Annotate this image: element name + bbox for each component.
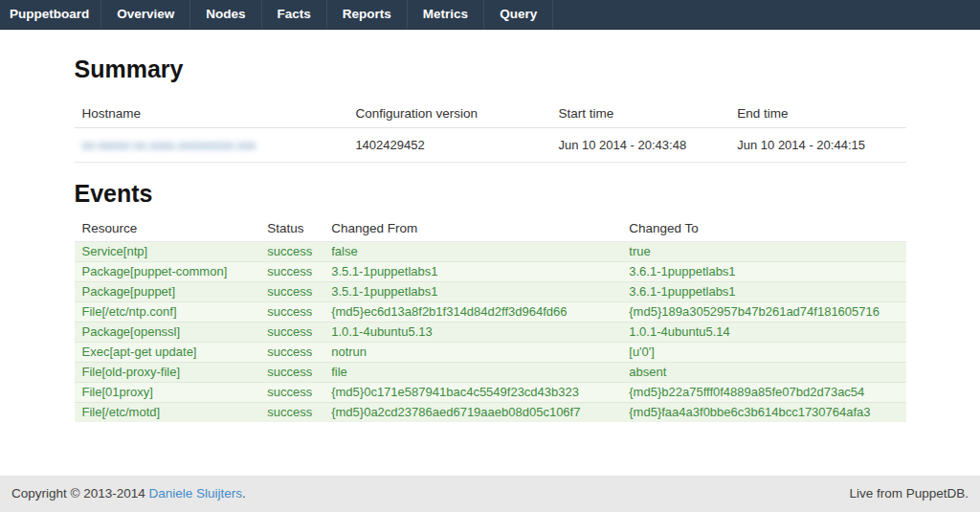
events-header-row: Resource Status Changed From Changed To	[75, 208, 906, 242]
event-row: Package[openssl] success 1.0.1-4ubuntu5.…	[75, 323, 906, 343]
nav-item-facts[interactable]: Facts	[262, 0, 327, 29]
event-changed-from: file	[323, 363, 621, 383]
event-resource: Package[openssl]	[75, 323, 260, 343]
events-col-status: Status	[259, 208, 323, 242]
event-changed-to: 3.6.1-1puppetlabs1	[621, 262, 905, 282]
event-row: Service[ntp] success false true	[75, 242, 906, 262]
event-changed-from: false	[323, 242, 621, 262]
event-changed-to: 1.0.1-4ubuntu5.14	[621, 323, 905, 343]
main-content: Summary Hostname Configuration version S…	[75, 30, 906, 422]
summary-col-config-version: Configuration version	[347, 91, 550, 128]
summary-header-row: Hostname Configuration version Start tim…	[75, 91, 906, 128]
event-changed-from: 3.5.1-1puppetlabs1	[323, 282, 621, 302]
events-col-changed-from: Changed From	[323, 208, 621, 242]
event-changed-to: absent	[621, 363, 905, 383]
end-time-value: Jun 10 2014 - 20:44:15	[729, 128, 905, 163]
top-navbar: Puppetboard Overview Nodes Facts Reports…	[0, 0, 980, 30]
summary-col-end-time: End time	[729, 91, 905, 128]
event-row: Package[puppet] success 3.5.1-1puppetlab…	[75, 282, 906, 302]
summary-heading: Summary	[75, 56, 906, 83]
nav-item-reports[interactable]: Reports	[327, 0, 408, 29]
puppetdb-status-text: Live from PuppetDB.	[849, 476, 969, 512]
event-row: File[old-proxy-file] success file absent	[75, 363, 906, 383]
summary-col-start-time: Start time	[550, 91, 729, 128]
event-changed-to: true	[621, 242, 905, 262]
event-status: success	[259, 363, 323, 383]
event-changed-from: 3.5.1-1puppetlabs1	[323, 262, 621, 282]
event-changed-to: [u'0']	[621, 343, 905, 363]
summary-report-row: xx-xxxxx-xx.xxxx.xxxxxxxxx.xxx 140242945…	[75, 128, 906, 163]
event-row: Exec[apt-get update] success notrun [u'0…	[75, 343, 906, 363]
event-resource: File[old-proxy-file]	[75, 363, 260, 383]
start-time-value: Jun 10 2014 - 20:43:48	[550, 128, 729, 163]
event-changed-to: {md5}faa4a3f0bbe6c3b614bcc1730764afa3	[621, 403, 905, 423]
nav-item-overview[interactable]: Overview	[101, 0, 190, 29]
copyright-text: Copyright © 2013-2014 Daniele Sluijters.	[11, 476, 246, 512]
event-changed-from: 1.0.1-4ubuntu5.13	[323, 323, 621, 343]
events-heading: Events	[75, 180, 906, 208]
event-status: success	[259, 343, 323, 363]
summary-col-hostname: Hostname	[75, 91, 348, 128]
event-row: File[/etc/ntp.conf] success {md5}ec6d13a…	[75, 302, 906, 323]
navbar-brand[interactable]: Puppetboard	[0, 0, 101, 29]
event-changed-from: {md5}0c171e587941bac4c5549f23cd43b323	[323, 383, 621, 403]
author-link[interactable]: Daniele Sluijters	[149, 486, 243, 501]
event-status: success	[259, 242, 323, 262]
summary-table: Hostname Configuration version Start tim…	[75, 91, 906, 163]
event-row: File[/etc/motd] success {md5}0a2cd23786a…	[75, 403, 906, 423]
event-status: success	[259, 282, 323, 302]
event-status: success	[259, 302, 323, 323]
nav-item-metrics[interactable]: Metrics	[408, 0, 484, 29]
event-status: success	[259, 262, 323, 282]
event-status: success	[259, 323, 323, 343]
event-row: Package[puppet-common] success 3.5.1-1pu…	[75, 262, 906, 282]
event-resource: Package[puppet-common]	[75, 262, 260, 282]
event-resource: Package[puppet]	[75, 282, 260, 302]
config-version-value: 1402429452	[347, 128, 550, 163]
copyright-period: .	[242, 486, 246, 501]
events-col-changed-to: Changed To	[621, 208, 905, 242]
nav-item-nodes[interactable]: Nodes	[190, 0, 261, 29]
event-changed-from: {md5}ec6d13a8f2b1f314d84d2ff3d964fd66	[323, 302, 621, 323]
nav-item-query[interactable]: Query	[484, 0, 553, 29]
event-row: File[01proxy] success {md5}0c171e587941b…	[75, 383, 906, 403]
hostname-link-redacted[interactable]: xx-xxxxx-xx.xxxx.xxxxxxxxx.xxx	[82, 138, 256, 152]
events-table: Resource Status Changed From Changed To …	[75, 208, 906, 422]
event-resource: File[01proxy]	[75, 383, 260, 403]
event-resource: File[/etc/ntp.conf]	[75, 302, 260, 323]
events-col-resource: Resource	[75, 208, 260, 242]
event-changed-to: {md5}189a3052957b47b261ad74f181605716	[621, 302, 905, 323]
event-resource: File[/etc/motd]	[75, 403, 260, 423]
event-resource: Service[ntp]	[75, 242, 260, 262]
event-changed-to: 3.6.1-1puppetlabs1	[621, 282, 905, 302]
copyright-years: Copyright © 2013-2014	[11, 486, 145, 501]
page-footer: Copyright © 2013-2014 Daniele Sluijters.…	[0, 476, 980, 512]
event-changed-from: notrun	[323, 343, 621, 363]
event-changed-from: {md5}0a2cd23786aed6719aaeb08d05c106f7	[323, 403, 621, 423]
event-resource: Exec[apt-get update]	[75, 343, 260, 363]
event-status: success	[259, 383, 323, 403]
event-changed-to: {md5}b22a75fff0f4889a85fe07bd2d73ac54	[621, 383, 905, 403]
event-status: success	[259, 403, 323, 423]
